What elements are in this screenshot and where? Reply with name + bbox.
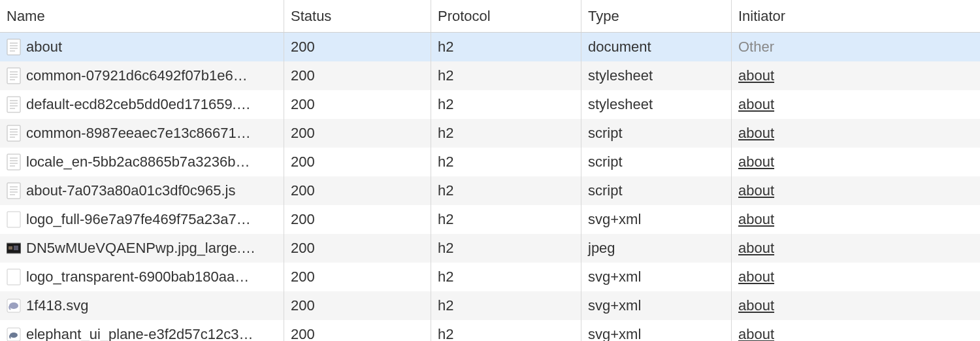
svg-rect-33 [14,246,18,250]
request-name: about [26,33,62,61]
document-icon [7,182,21,199]
table-row[interactable]: default-ecd82ceb5dd0ed171659.…200h2style… [0,90,980,119]
cell-type: script [581,119,732,148]
cell-initiator[interactable]: about [732,320,980,341]
cell-name[interactable]: common-8987eeaec7e13c86671… [0,119,284,148]
initiator-link[interactable]: about [738,234,774,263]
svg-file-icon [7,268,21,285]
cell-name[interactable]: locale_en-5bb2ac8865b7a3236b… [0,148,284,176]
cell-protocol: h2 [431,148,581,176]
jpeg-thumbnail-icon [7,240,21,257]
initiator-link[interactable]: about [738,61,774,90]
network-table: Name Status Protocol Type Initiator abou… [0,0,980,341]
column-header-initiator[interactable]: Initiator [732,0,980,32]
cell-name[interactable]: logo_transparent-6900bab180aa… [0,263,284,291]
cell-name[interactable]: about [0,33,284,61]
request-name: about-7a073a80a01c3df0c965.js [26,176,236,205]
column-header-type[interactable]: Type [581,0,732,32]
cell-name[interactable]: about-7a073a80a01c3df0c965.js [0,176,284,205]
request-name: DN5wMUeVQAENPwp.jpg_large.… [26,234,255,263]
cell-status: 200 [284,205,431,234]
request-name: locale_en-5bb2ac8865b7a3236b… [26,148,250,176]
cell-protocol: h2 [431,176,581,205]
table-row[interactable]: common-07921d6c6492f07b1e6…200h2styleshe… [0,61,980,90]
svg-point-38 [10,333,18,338]
cell-status: 200 [284,320,431,341]
cell-initiator[interactable]: about [732,148,980,176]
cell-protocol: h2 [431,291,581,320]
initiator-link[interactable]: about [738,148,774,176]
cell-type: svg+xml [581,205,732,234]
table-row[interactable]: elephant_ui_plane-e3f2d57c12c3…200h2svg+… [0,320,980,341]
initiator-link[interactable]: about [738,263,774,291]
column-header-status[interactable]: Status [284,0,431,32]
cell-initiator[interactable]: about [732,119,980,148]
cell-initiator[interactable]: about [732,176,980,205]
elephant-plane-icon [7,326,21,341]
cell-initiator[interactable]: about [732,61,980,90]
table-row[interactable]: 1f418.svg200h2svg+xmlabout [0,291,980,320]
table-row[interactable]: logo_transparent-6900bab180aa…200h2svg+x… [0,263,980,291]
cell-status: 200 [284,90,431,119]
svg-rect-10 [7,97,20,112]
initiator-link[interactable]: about [738,90,774,119]
cell-name[interactable]: default-ecd82ceb5dd0ed171659.… [0,90,284,119]
cell-name[interactable]: 1f418.svg [0,291,284,320]
table-body: about200h2documentOthercommon-07921d6c64… [0,33,980,341]
initiator-link[interactable]: about [738,320,774,341]
cell-type: stylesheet [581,61,732,90]
table-header-row: Name Status Protocol Type Initiator [0,0,980,33]
cell-initiator[interactable]: about [732,291,980,320]
cell-name[interactable]: logo_full-96e7a97fe469f75a23a7… [0,205,284,234]
table-row[interactable]: about200h2documentOther [0,33,980,61]
cell-type: svg+xml [581,320,732,341]
cell-name[interactable]: common-07921d6c6492f07b1e6… [0,61,284,90]
initiator-link[interactable]: about [738,205,774,234]
request-name: logo_full-96e7a97fe469f75a23a7… [26,205,251,234]
cell-status: 200 [284,61,431,90]
cell-type: document [581,33,732,61]
cell-status: 200 [284,33,431,61]
column-header-protocol[interactable]: Protocol [431,0,581,32]
cell-protocol: h2 [431,61,581,90]
svg-rect-34 [7,269,20,285]
cell-name[interactable]: DN5wMUeVQAENPwp.jpg_large.… [0,234,284,263]
cell-initiator[interactable]: about [732,205,980,234]
table-row[interactable]: logo_full-96e7a97fe469f75a23a7…200h2svg+… [0,205,980,234]
cell-status: 200 [284,119,431,148]
cell-protocol: h2 [431,320,581,341]
cell-type: svg+xml [581,263,732,291]
request-name: logo_transparent-6900bab180aa… [26,263,249,291]
svg-rect-30 [7,212,20,227]
table-row[interactable]: common-8987eeaec7e13c86671…200h2scriptab… [0,119,980,148]
cell-initiator[interactable]: about [732,263,980,291]
cell-status: 200 [284,291,431,320]
cell-initiator[interactable]: about [732,234,980,263]
cell-name[interactable]: elephant_ui_plane-e3f2d57c12c3… [0,320,284,341]
cell-status: 200 [284,176,431,205]
cell-initiator: Other [732,33,980,61]
initiator-link[interactable]: about [738,119,774,148]
cell-status: 200 [284,148,431,176]
cell-protocol: h2 [431,263,581,291]
table-row[interactable]: locale_en-5bb2ac8865b7a3236b…200h2script… [0,148,980,176]
document-icon [7,125,21,142]
request-name: default-ecd82ceb5dd0ed171659.… [26,90,251,119]
document-icon [7,154,21,170]
table-row[interactable]: DN5wMUeVQAENPwp.jpg_large.…200h2jpegabou… [0,234,980,263]
document-icon [7,39,21,56]
svg-rect-15 [7,125,20,141]
cell-initiator[interactable]: about [732,90,980,119]
cell-type: script [581,148,732,176]
request-name: common-8987eeaec7e13c86671… [26,119,251,148]
request-name: elephant_ui_plane-e3f2d57c12c3… [26,320,253,341]
column-header-name[interactable]: Name [0,0,284,32]
initiator-link[interactable]: about [738,291,774,320]
initiator-link[interactable]: about [738,176,774,205]
cell-status: 200 [284,234,431,263]
cell-type: jpeg [581,234,732,263]
svg-rect-5 [7,68,20,84]
cell-type: script [581,176,732,205]
svg-file-icon [7,211,21,228]
table-row[interactable]: about-7a073a80a01c3df0c965.js200h2script… [0,176,980,205]
